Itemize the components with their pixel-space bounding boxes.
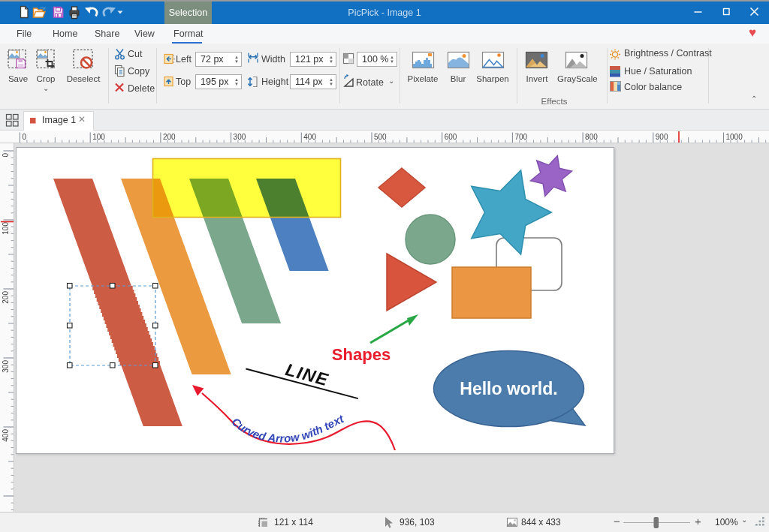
svg-text:0: 0 [23, 133, 27, 141]
svg-text:500: 500 [374, 133, 387, 141]
svg-text:200: 200 [2, 291, 10, 304]
svg-text:Curved Arrow with text: Curved Arrow with text [229, 412, 346, 445]
svg-text:800: 800 [585, 133, 598, 141]
svg-text:700: 700 [514, 133, 527, 141]
svg-text:1000: 1000 [726, 133, 743, 141]
svg-text:900: 900 [656, 133, 668, 141]
svg-text:400: 400 [303, 133, 316, 141]
svg-text:100: 100 [92, 133, 105, 141]
svg-text:100: 100 [2, 222, 10, 235]
svg-text:600: 600 [445, 133, 457, 141]
svg-text:0: 0 [2, 153, 10, 158]
svg-text:300: 300 [234, 133, 246, 141]
svg-text:400: 400 [2, 429, 10, 442]
svg-text:200: 200 [163, 133, 176, 141]
svg-text:300: 300 [2, 360, 10, 373]
svg-text:Shapes: Shapes [332, 345, 391, 364]
svg-text:Hello world.: Hello world. [460, 379, 557, 398]
